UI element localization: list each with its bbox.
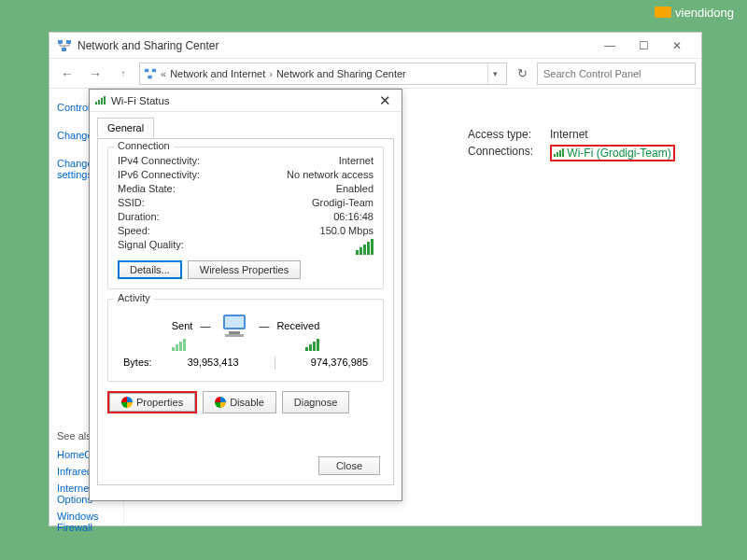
window-title: Network and Sharing Center <box>78 39 593 52</box>
connections-label: Connections: <box>468 145 544 161</box>
conn-row: SSID:Grodigi-Team <box>118 197 374 208</box>
sent-label: Sent <box>172 320 193 331</box>
svg-rect-5 <box>148 75 151 78</box>
svg-rect-7 <box>225 316 244 328</box>
diagnose-button[interactable]: Diagnose <box>282 391 349 413</box>
titlebar: Network and Sharing Center — ☐ ✕ <box>49 33 701 59</box>
activity-bars <box>118 339 374 351</box>
conn-row: IPv6 Connectivity:No network access <box>118 169 374 180</box>
dialog-titlebar: Wi-Fi Status ✕ <box>90 90 402 112</box>
signal-icon <box>95 96 106 105</box>
address-bar[interactable]: « Network and Internet › Network and Sha… <box>139 63 507 85</box>
svg-rect-1 <box>66 40 71 44</box>
tabstrip: General <box>90 112 402 138</box>
access-type-label: Access type: <box>468 128 544 141</box>
network-icon <box>57 38 72 53</box>
address-dropdown[interactable]: ▾ <box>487 63 502 84</box>
computer-icon <box>218 313 251 339</box>
connection-group: Connection IPv4 Connectivity:Internet IP… <box>107 147 384 289</box>
activity-diagram: Sent — — Received <box>118 313 374 339</box>
breadcrumb-sep: › <box>269 68 273 79</box>
group-legend: Connection <box>114 140 174 151</box>
dialog-close-button[interactable]: ✕ <box>374 92 396 109</box>
tab-general[interactable]: General <box>97 118 154 138</box>
close-button[interactable]: Close <box>318 456 380 475</box>
signal-bars-icon <box>356 239 374 255</box>
back-button[interactable]: ← <box>55 63 79 85</box>
forward-button[interactable]: → <box>83 63 107 85</box>
highlight-wifi-link: Wi-Fi (Grodigi-Team) <box>550 145 675 161</box>
shield-icon <box>121 397 133 408</box>
refresh-button[interactable]: ↻ <box>511 63 533 85</box>
svg-rect-0 <box>58 40 63 44</box>
watermark: viendidong <box>655 6 734 20</box>
activity-group: Activity Sent — — Received Bytes: 39,953… <box>107 299 384 382</box>
svg-rect-3 <box>145 68 148 72</box>
close-window-button[interactable]: ✕ <box>660 35 694 57</box>
signal-quality-row: Signal Quality: <box>118 239 374 255</box>
maximize-button[interactable]: ☐ <box>627 35 660 57</box>
wireless-properties-button[interactable]: Wireless Properties <box>188 260 301 279</box>
svg-rect-4 <box>152 68 156 72</box>
sidebar-link[interactable]: Windows Firewall <box>57 511 116 533</box>
conn-row: Media State:Enabled <box>118 183 374 194</box>
bytes-row: Bytes: 39,953,413 974,376,985 <box>118 357 374 370</box>
breadcrumb-item[interactable]: Network and Sharing Center <box>276 68 406 79</box>
bytes-sent: 39,953,413 <box>188 357 239 370</box>
conn-row: Speed:150.0 Mbps <box>118 225 374 236</box>
access-type-value: Internet <box>550 128 588 141</box>
minimize-button[interactable]: — <box>593 35 627 57</box>
network-icon <box>144 67 157 80</box>
dialog-title: Wi-Fi Status <box>111 95 374 106</box>
dash-icon: — <box>259 320 269 331</box>
svg-rect-9 <box>225 334 244 337</box>
svg-rect-2 <box>62 48 66 51</box>
dash-icon: — <box>200 320 210 331</box>
breadcrumb-sep: « <box>161 68 166 79</box>
dialog-panel: Connection IPv4 Connectivity:Internet IP… <box>97 138 394 485</box>
bytes-received: 974,376,985 <box>311 357 368 370</box>
disable-button[interactable]: Disable <box>203 391 276 413</box>
up-button[interactable]: ↑ <box>111 63 135 85</box>
conn-row: IPv4 Connectivity:Internet <box>118 155 374 166</box>
sent-bars-icon <box>172 339 186 351</box>
signal-icon <box>554 148 564 157</box>
access-type-row: Access type: Internet <box>468 128 683 141</box>
shield-icon <box>215 397 226 408</box>
properties-button[interactable]: Properties <box>109 393 195 412</box>
wifi-status-dialog: Wi-Fi Status ✕ General Connection IPv4 C… <box>89 89 402 501</box>
conn-row: Duration:06:16:48 <box>118 211 374 222</box>
navbar: ← → ↑ « Network and Internet › Network a… <box>49 59 701 89</box>
svg-rect-8 <box>229 331 240 334</box>
search-input[interactable] <box>537 63 696 85</box>
highlight-properties: Properties <box>107 391 197 413</box>
details-button[interactable]: Details... <box>118 260 182 279</box>
connections-row: Connections: Wi-Fi (Grodigi-Team) <box>468 145 683 161</box>
bytes-label: Bytes: <box>123 357 152 370</box>
group-legend: Activity <box>114 292 154 303</box>
recv-bars-icon <box>305 339 319 351</box>
wifi-connection-link[interactable]: Wi-Fi (Grodigi-Team) <box>567 147 670 160</box>
breadcrumb-item[interactable]: Network and Internet <box>170 68 265 79</box>
received-label: Received <box>276 320 319 331</box>
